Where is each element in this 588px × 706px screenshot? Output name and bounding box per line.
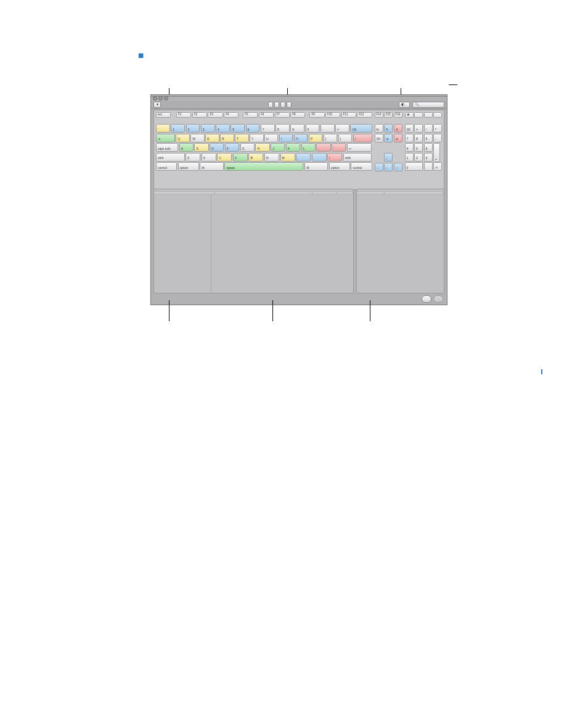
chevron-icon: ▾ bbox=[157, 102, 158, 107]
close-button[interactable] bbox=[422, 295, 431, 303]
key-space[interactable]: space bbox=[224, 162, 303, 171]
bullet-text bbox=[150, 49, 531, 62]
key-option-right[interactable]: option bbox=[329, 162, 350, 171]
key-command-right[interactable]: ⌘ bbox=[304, 162, 329, 171]
modifier-option-button[interactable] bbox=[280, 102, 285, 108]
window-titlebar bbox=[151, 95, 447, 97]
command-groups-list[interactable] bbox=[154, 194, 211, 293]
page: ■ ▾ ◐ bbox=[0, 0, 588, 403]
keyboard-area: esc F1F2F3F4 F5F6F7F8 F9F10F11F12 ` 1234… bbox=[153, 110, 444, 190]
key-left[interactable]: ← bbox=[375, 163, 383, 171]
key-control-right[interactable]: control bbox=[351, 162, 372, 171]
dialog-buttons bbox=[422, 295, 443, 303]
key-end[interactable]: ⇲ bbox=[384, 134, 393, 142]
key-home[interactable]: ⇱ bbox=[384, 124, 393, 133]
numpad-keys: ⏏ ⌧=/* 789- 456 123 + 0. bbox=[405, 112, 443, 173]
key-up[interactable]: ↑ bbox=[384, 153, 393, 162]
callout-line bbox=[370, 300, 370, 321]
search-field[interactable]: 🔍 bbox=[412, 102, 444, 108]
key-delete[interactable]: ⌫ bbox=[350, 124, 372, 133]
keyboard-highlight-button[interactable]: ◐ bbox=[399, 102, 410, 108]
save-button[interactable] bbox=[433, 295, 443, 303]
callout-line bbox=[449, 84, 457, 85]
key-shift-left[interactable]: shift bbox=[156, 153, 185, 162]
footer-accent-bar bbox=[541, 369, 542, 374]
modifier-shift-button[interactable] bbox=[274, 102, 279, 108]
key-right[interactable]: → bbox=[394, 163, 402, 171]
callout-line bbox=[169, 300, 169, 321]
key-f1[interactable]: F1 bbox=[176, 112, 191, 118]
key-tab[interactable]: ⇥ bbox=[156, 134, 175, 142]
key-capslock[interactable]: caps lock bbox=[156, 143, 178, 152]
key-esc[interactable]: esc bbox=[156, 112, 171, 118]
callout-line bbox=[272, 300, 273, 321]
command-editor-window: ▾ ◐ 🔍 esc F1F2F3F4 bbox=[150, 94, 447, 305]
modifier-control-button[interactable] bbox=[287, 102, 292, 108]
command-set-dropdown[interactable]: ▾ bbox=[153, 102, 161, 108]
bullet-item: ■ bbox=[138, 49, 531, 62]
figure-callouts-top bbox=[150, 65, 531, 94]
toolbar: ▾ ◐ 🔍 bbox=[151, 101, 447, 109]
key-return[interactable]: ↩︎ bbox=[347, 143, 372, 152]
modifier-command-button[interactable] bbox=[268, 102, 273, 108]
key-shift-right[interactable]: shift bbox=[343, 153, 372, 162]
key-control[interactable]: control bbox=[156, 162, 177, 171]
key-down[interactable]: ↓ bbox=[384, 163, 393, 171]
nav-keys: F14F15F16 fn⇱⇞ ⌦⇲⇟ ↑ ←↓→ bbox=[375, 112, 402, 173]
key-enter[interactable]: ⏎ bbox=[433, 162, 442, 171]
key-detail-panel bbox=[356, 189, 444, 293]
bullet-marker: ■ bbox=[138, 49, 144, 62]
commands-table[interactable] bbox=[211, 194, 353, 293]
key-command-left[interactable]: ⌘ bbox=[200, 162, 224, 171]
command-list-panel bbox=[153, 189, 354, 293]
search-icon: 🔍 bbox=[415, 102, 419, 107]
figure-callouts-bottom bbox=[150, 305, 531, 336]
bottom-panels bbox=[153, 189, 444, 293]
main-keys: esc F1F2F3F4 F5F6F7F8 F9F10F11F12 ` 1234… bbox=[156, 112, 372, 173]
modifier-buttons bbox=[268, 102, 292, 108]
key-option-left[interactable]: option bbox=[178, 162, 199, 171]
column-headers bbox=[357, 192, 444, 194]
key-backtick[interactable]: ` bbox=[156, 124, 170, 133]
